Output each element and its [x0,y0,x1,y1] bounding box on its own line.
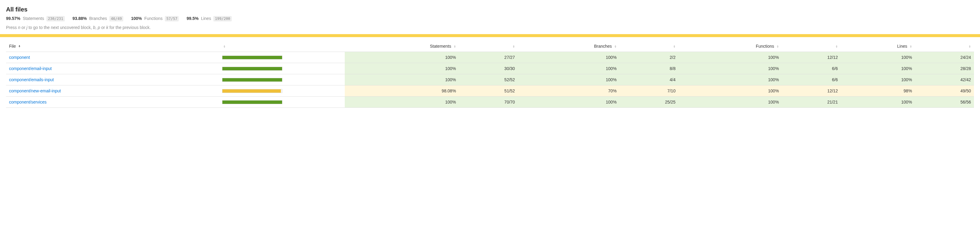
hint-text: to go to the next uncovered block, [27,25,93,30]
coverage-table: File ▲▼ ▲▼ Statements ▲▼ ▲▼ Branches ▲▼ … [6,41,974,108]
coverage-bar-cell [219,74,345,85]
statements-pct-cell: 100% [345,52,459,63]
summary-lines-frac: 199/200 [213,16,232,21]
file-link[interactable]: component/services [9,100,47,104]
col-header-file-label: File [9,44,16,49]
lines-pct-cell: 100% [841,74,915,85]
sort-icon: ▲▼ [223,45,226,48]
col-header-file[interactable]: File ▲▼ [6,41,219,52]
coverage-bar-fill [223,67,282,70]
summary-functions-label: Functions [144,16,163,21]
statements-pct-cell: 100% [345,63,459,74]
coverage-summary: 99.57% Statements 230/231 93.88% Branche… [6,16,974,21]
statements-pct-cell: 100% [345,97,459,108]
functions-frac-cell: 6/6 [782,74,841,85]
page-title: All files [6,6,974,13]
summary-branches: 93.88% Branches 46/49 [73,16,124,21]
file-cell: component/email-input [6,63,219,74]
col-header-statements[interactable]: Statements ▲▼ [345,41,459,52]
col-header-functions-label: Functions [756,44,774,49]
functions-pct-cell: 100% [679,85,782,97]
statements-frac-cell: 51/52 [459,85,518,97]
file-cell: component/services [6,97,219,108]
coverage-bar [222,89,282,93]
branches-pct-cell: 100% [518,63,620,74]
coverage-bar-cell [219,52,345,63]
table-row: component/services100%70/70100%25/25100%… [6,97,974,108]
summary-lines-pct: 99.5% [186,16,199,21]
sort-icon: ▲▼ [969,45,971,48]
keyboard-hint: Press n or j to go to the next uncovered… [6,25,974,30]
col-header-bar[interactable]: ▲▼ [219,41,345,52]
branches-pct-cell: 70% [518,85,620,97]
branches-frac-cell: 2/2 [620,52,679,63]
hint-text: for the previous block. [108,25,151,30]
summary-branches-label: Branches [89,16,107,21]
col-header-branches[interactable]: Branches ▲▼ [518,41,620,52]
file-link[interactable]: component/emails-input [9,77,54,82]
functions-frac-cell: 6/6 [782,63,841,74]
coverage-bar-cell [219,63,345,74]
lines-pct-cell: 98% [841,85,915,97]
file-cell: component/emails-input [6,74,219,85]
lines-pct-cell: 100% [841,52,915,63]
status-bar [0,34,980,37]
table-row: component/emails-input100%52/52100%4/410… [6,74,974,85]
summary-statements: 99.57% Statements 230/231 [6,16,65,21]
statements-pct-cell: 98.08% [345,85,459,97]
lines-frac-cell: 28/28 [915,63,974,74]
summary-functions-frac: 57/57 [165,16,179,21]
lines-frac-cell: 56/56 [915,97,974,108]
summary-functions-pct: 100% [131,16,142,21]
sort-icon: ▲▼ [18,45,21,48]
lines-frac-cell: 49/50 [915,85,974,97]
col-header-lines-label: Lines [897,44,907,49]
branches-pct-cell: 100% [518,97,620,108]
hint-text: or [20,25,26,30]
col-header-lines-frac[interactable]: ▲▼ [915,41,974,52]
col-header-functions-frac[interactable]: ▲▼ [782,41,841,52]
table-row: component100%27/27100%2/2100%12/12100%24… [6,52,974,63]
summary-statements-pct: 99.57% [6,16,20,21]
statements-frac-cell: 27/27 [459,52,518,63]
functions-frac-cell: 12/12 [782,85,841,97]
branches-frac-cell: 25/25 [620,97,679,108]
statements-pct-cell: 100% [345,74,459,85]
col-header-branches-label: Branches [594,44,612,49]
hint-key-p: p [98,25,100,30]
sort-icon: ▲▼ [835,45,838,48]
functions-frac-cell: 21/21 [782,97,841,108]
functions-pct-cell: 100% [679,63,782,74]
sort-icon: ▲▼ [453,45,456,48]
file-link[interactable]: component/new-email-input [9,88,61,93]
col-header-functions[interactable]: Functions ▲▼ [679,41,782,52]
coverage-bar [222,78,282,82]
functions-pct-cell: 100% [679,97,782,108]
file-cell: component [6,52,219,63]
sort-icon: ▲▼ [776,45,779,48]
hint-key-b: b [93,25,95,30]
table-row: component/new-email-input98.08%51/5270%7… [6,85,974,97]
lines-pct-cell: 100% [841,97,915,108]
file-link[interactable]: component/email-input [9,66,52,71]
statements-frac-cell: 30/30 [459,63,518,74]
summary-statements-frac: 230/231 [46,16,65,21]
col-header-lines[interactable]: Lines ▲▼ [841,41,915,52]
statements-frac-cell: 70/70 [459,97,518,108]
summary-lines-label: Lines [201,16,211,21]
table-row: component/email-input100%30/30100%8/8100… [6,63,974,74]
summary-lines: 99.5% Lines 199/200 [186,16,232,21]
col-header-statements-label: Statements [430,44,451,49]
hint-text: Press [6,25,18,30]
col-header-branches-frac[interactable]: ▲▼ [620,41,679,52]
coverage-bar-fill [223,78,282,82]
coverage-bar-fill [223,101,282,104]
lines-frac-cell: 42/42 [915,74,974,85]
lines-pct-cell: 100% [841,63,915,74]
coverage-bar-fill [223,56,282,59]
summary-branches-frac: 46/49 [110,16,123,21]
sort-icon: ▲▼ [614,45,617,48]
branches-frac-cell: 7/10 [620,85,679,97]
file-link[interactable]: component [9,55,30,60]
col-header-statements-frac[interactable]: ▲▼ [459,41,518,52]
